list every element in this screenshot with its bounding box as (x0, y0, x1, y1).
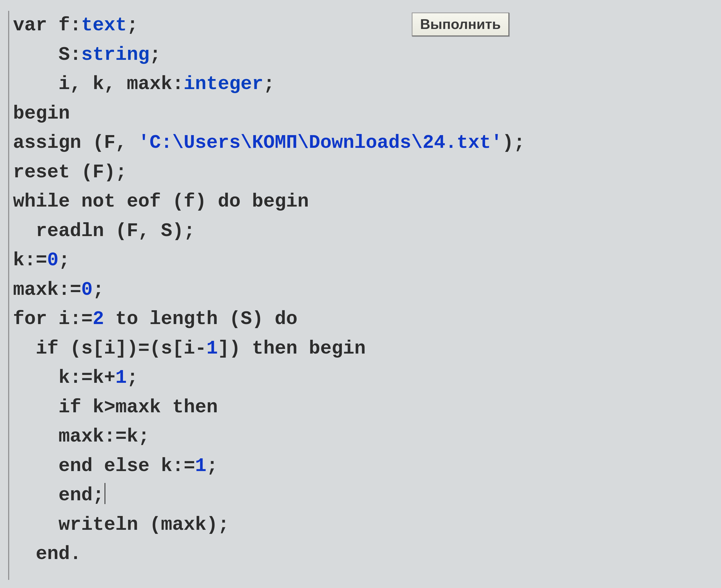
code-token: do (275, 308, 297, 330)
code-token (70, 191, 81, 212)
code-token: then (252, 338, 297, 359)
code-token: 2 (92, 308, 104, 330)
code-token: end (36, 543, 70, 565)
code-token: begin (309, 338, 366, 359)
code-token: to (116, 308, 138, 330)
code-token: do (218, 191, 241, 212)
code-token (241, 191, 252, 212)
code-token: else (104, 455, 149, 477)
code-token: begin (252, 191, 309, 212)
source-code[interactable]: var f:text; S:string; i, k, maxk:integer… (8, 11, 713, 569)
code-token: if (36, 338, 59, 359)
code-token: S: (59, 44, 81, 65)
code-token: i, k, maxk: (59, 74, 184, 95)
code-editor[interactable]: var f:text; S:string; i, k, maxk:integer… (0, 0, 721, 588)
code-token (297, 338, 309, 359)
code-token: maxk:= (13, 279, 81, 300)
code-token: readln (F, S); (36, 220, 195, 242)
code-token: ]) (218, 338, 252, 359)
code-token: writeln (maxk); (59, 514, 229, 536)
code-token: then (172, 397, 218, 418)
code-token: k>maxk (81, 397, 172, 418)
code-token: k:=k+ (59, 367, 116, 388)
code-token (92, 455, 104, 477)
run-tooltip-label: Выполнить (420, 16, 501, 32)
code-token: (s[i])=(s[i- (59, 338, 206, 359)
code-token: ; (92, 485, 104, 506)
code-token: ; (127, 367, 138, 388)
code-token: eof (f) (116, 191, 218, 212)
code-token: k:= (149, 455, 195, 477)
code-token: 1 (195, 455, 206, 477)
code-token: assign (F, (13, 132, 138, 153)
code-token: 1 (206, 338, 218, 359)
code-token: not (81, 191, 116, 212)
code-token: text (81, 15, 127, 36)
code-token: begin (13, 103, 70, 124)
code-token: ; (127, 15, 138, 36)
code-token: ); (502, 132, 525, 153)
code-token: ; (206, 455, 218, 477)
code-token: 'C:\Users\КОМП\Downloads\24.txt' (138, 132, 502, 153)
run-tooltip: Выполнить (412, 13, 509, 36)
code-token: end (59, 485, 92, 506)
code-token: for (13, 308, 47, 330)
code-token: maxk:=k; (59, 426, 149, 447)
code-token: ; (92, 279, 104, 300)
code-token: ; (263, 74, 275, 95)
code-token: 0 (47, 250, 59, 271)
code-token: k:= (13, 250, 47, 271)
code-token: 0 (81, 279, 92, 300)
code-token: reset (F); (13, 162, 127, 183)
code-token: length (S) (138, 308, 275, 330)
code-token: f: (47, 15, 81, 36)
code-token: end (59, 455, 92, 477)
code-token: . (70, 543, 81, 565)
code-token: integer (184, 74, 263, 95)
text-caret (105, 483, 105, 504)
code-token: if (59, 397, 81, 418)
code-token: i:= (47, 308, 92, 330)
code-token (104, 308, 116, 330)
code-token: var (13, 15, 47, 36)
code-token: ; (149, 44, 161, 65)
code-token: string (81, 44, 149, 65)
code-token: while (13, 191, 70, 212)
code-token: ; (59, 250, 70, 271)
code-token: 1 (116, 367, 127, 388)
